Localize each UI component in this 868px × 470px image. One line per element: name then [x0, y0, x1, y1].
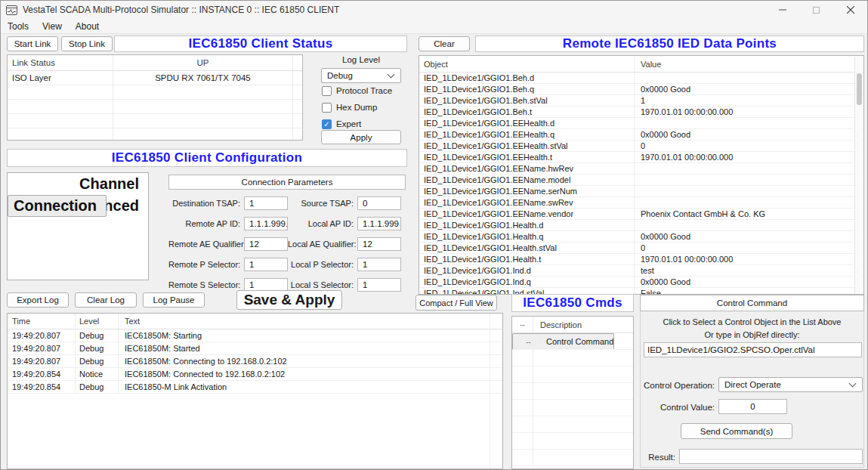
data-point-row[interactable]: IED_1LDevice1/GGIO1.EEHealth.t1970.01.01… — [419, 152, 863, 163]
data-point-row[interactable]: IED_1LDevice1/GGIO1.Beh.d — [419, 73, 863, 84]
dp-col-object: Object — [419, 56, 635, 72]
dp-object: IED_1LDevice1/GGIO1.Health.stVal — [419, 243, 635, 253]
cmd-row-empty — [512, 450, 633, 466]
data-point-row[interactable]: IED_1LDevice1/GGIO1.Health.t1970.01.01 0… — [419, 254, 863, 265]
dp-value: 0x0000 Good — [635, 277, 863, 287]
data-point-row[interactable]: IED_1LDevice1/GGIO1.Ind.stValFalse — [419, 288, 863, 295]
checkbox-protocol-trace[interactable]: Protocol Trace — [322, 82, 409, 99]
checkbox-label: Protocol Trace — [336, 86, 392, 95]
log-row[interactable]: 19:49:20.807DebugIEC61850M: Started — [8, 342, 502, 355]
objref-input[interactable]: IED_1LDevice1/GGIO2.SPCSO.Oper.ctlVal — [644, 342, 862, 357]
param-input[interactable]: 1 — [244, 196, 288, 210]
log-row[interactable]: 19:49:20.807DebugIEC61850M: Connecting t… — [8, 355, 502, 368]
data-point-row[interactable]: IED_1LDevice1/GGIO1.Health.stVal0 — [419, 243, 863, 254]
data-point-row[interactable]: IED_1LDevice1/GGIO1.Beh.stVal1 — [419, 95, 863, 107]
maximize-icon[interactable] — [799, 1, 833, 19]
log-table-divider — [490, 314, 490, 468]
nav-item-connection[interactable]: Connection — [8, 195, 107, 217]
export-log-button[interactable]: Export Log — [7, 292, 69, 308]
menu-about[interactable]: About — [69, 21, 106, 32]
param-input[interactable]: 1 — [357, 258, 401, 271]
start-link-button[interactable]: Start Link — [7, 36, 58, 51]
data-point-row[interactable]: IED_1LDevice1/GGIO1.EEName.hwRev — [419, 163, 863, 175]
log-pause-button[interactable]: Log Pause — [143, 292, 205, 308]
log-time: 19:49:20.854 — [8, 381, 76, 393]
app-window: VestaTel SCADA Multi-Protocol Simulator … — [0, 0, 868, 470]
param-label: Local S Selector: — [288, 280, 357, 289]
data-point-row[interactable]: IED_1LDevice1/GGIO1.EEHealth.q0x0000 Goo… — [419, 129, 863, 141]
param-input[interactable]: 1 — [357, 278, 401, 292]
dp-value — [635, 186, 863, 196]
param-label: Remote S Selector: — [168, 280, 244, 289]
data-point-row[interactable]: IED_1LDevice1/GGIO1.Beh.q0x0000 Good — [419, 84, 863, 95]
data-point-row[interactable]: IED_1LDevice1/GGIO1.EEName.model — [419, 175, 863, 186]
log-col-level: Level — [76, 314, 119, 329]
dp-value: 1970.01.01 00:00:00.000 — [635, 152, 863, 162]
scrollbar-thumb[interactable] — [857, 73, 862, 105]
apply-button[interactable]: Apply — [321, 130, 401, 144]
table-row[interactable]: ISO Layer SPDU RX 7061/TX 7045 — [8, 71, 302, 85]
log-level: Debug — [76, 381, 119, 393]
log-row[interactable]: 19:49:20.854DebugIEC61850-M Link Activat… — [8, 381, 502, 394]
control-operation-select[interactable]: Direct Operate — [718, 377, 863, 392]
data-point-row[interactable]: IED_1LDevice1/GGIO1.Ind.q0x0000 Good — [419, 277, 863, 288]
dp-object: IED_1LDevice1/GGIO1.Beh.q — [419, 84, 635, 94]
checkbox-unchecked-icon[interactable] — [322, 86, 332, 96]
log-table-header: Time Level Text — [8, 314, 502, 329]
dp-value: 0 — [635, 243, 863, 253]
close-icon[interactable] — [833, 1, 867, 19]
data-point-row[interactable]: IED_1LDevice1/GGIO1.EEName.swRev — [419, 197, 863, 209]
compact-full-view-button[interactable]: Compact / Full View — [415, 295, 497, 311]
log-level-select[interactable]: Debug — [321, 68, 401, 83]
data-point-row[interactable]: IED_1LDevice1/GGIO1.EEName.vendorPhoenix… — [419, 209, 863, 220]
send-command-button[interactable]: Send Command(s) — [681, 423, 792, 439]
log-col-text: Text — [119, 314, 502, 329]
dp-object: IED_1LDevice1/GGIO1.Beh.d — [419, 73, 635, 83]
minimize-icon[interactable] — [765, 1, 799, 19]
param-input[interactable]: 0 — [357, 196, 401, 210]
param-input[interactable]: 12 — [357, 237, 401, 251]
control-operation-label: Control Operation: — [639, 381, 715, 390]
result-input[interactable] — [679, 449, 863, 464]
data-point-row[interactable]: IED_1LDevice1/GGIO1.EEHealth.d — [419, 118, 863, 129]
dp-object: IED_1LDevice1/GGIO1.EEName.swRev — [419, 197, 635, 208]
param-input[interactable]: 1 — [244, 278, 288, 292]
data-point-row[interactable]: IED_1LDevice1/GGIO1.Health.d — [419, 220, 863, 231]
clear-log-button[interactable]: Clear Log — [75, 292, 137, 308]
param-input[interactable]: 1.1.1.999 — [357, 217, 401, 230]
scrollbar[interactable] — [854, 57, 863, 293]
log-level: Debug — [76, 329, 119, 342]
link-layer-value: SPDU RX 7061/TX 7045 — [113, 71, 293, 85]
dp-value: 1970.01.01 00:00:00.000 — [635, 107, 863, 117]
data-point-row[interactable]: IED_1LDevice1/GGIO1.EEName.serNum — [419, 186, 863, 197]
data-point-row[interactable]: IED_1LDevice1/GGIO1.Beh.t1970.01.01 00:0… — [419, 107, 863, 118]
menu-view[interactable]: View — [36, 21, 69, 32]
log-time: 19:49:20.807 — [8, 342, 76, 354]
param-input[interactable]: 1 — [244, 258, 288, 271]
clear-button[interactable]: Clear — [419, 36, 470, 51]
dp-object: IED_1LDevice1/GGIO1.Ind.q — [419, 277, 635, 287]
data-point-row[interactable]: IED_1LDevice1/GGIO1.EEHealth.stVal0 — [419, 141, 863, 152]
menu-tools[interactable]: Tools — [1, 21, 36, 32]
dp-object: IED_1LDevice1/GGIO1.Health.q — [419, 231, 635, 242]
data-point-row[interactable]: IED_1LDevice1/GGIO1.Health.q0x0000 Good — [419, 231, 863, 243]
log-row[interactable]: 19:49:20.854NoticeIEC61850M: Connected t… — [8, 368, 502, 381]
param-input[interactable]: 1.1.1.999.1 — [244, 217, 288, 230]
checkbox-hex-dump[interactable]: Hex Dump — [322, 99, 409, 116]
data-points-table-body: IED_1LDevice1/GGIO1.Beh.dIED_1LDevice1/G… — [419, 73, 863, 295]
log-row[interactable]: 19:49:20.807DebugIEC61850M: Starting — [8, 329, 502, 342]
data-point-row[interactable]: IED_1LDevice1/GGIO1.Ind.dtest — [419, 265, 863, 277]
control-value-input[interactable]: 0 — [718, 399, 787, 414]
dp-col-value: Value — [635, 56, 863, 72]
control-value-label: Control Value: — [639, 403, 715, 412]
checkbox-unchecked-icon[interactable] — [322, 103, 332, 113]
nav-item-channel[interactable]: Channel — [8, 173, 148, 195]
menu-bar: ToolsViewAbout — [1, 19, 867, 34]
param-input[interactable]: 12 — [244, 237, 288, 251]
cmd-row[interactable]: --Control Command — [512, 333, 614, 350]
cmds-table: -- Description --Control Command--Write … — [511, 316, 634, 469]
checkbox-checked-icon[interactable]: ✓ — [322, 119, 332, 129]
stop-link-button[interactable]: Stop Link — [61, 36, 113, 51]
save-apply-button[interactable]: Save & Apply — [236, 290, 342, 310]
dp-object: IED_1LDevice1/GGIO1.EEName.serNum — [419, 186, 635, 196]
